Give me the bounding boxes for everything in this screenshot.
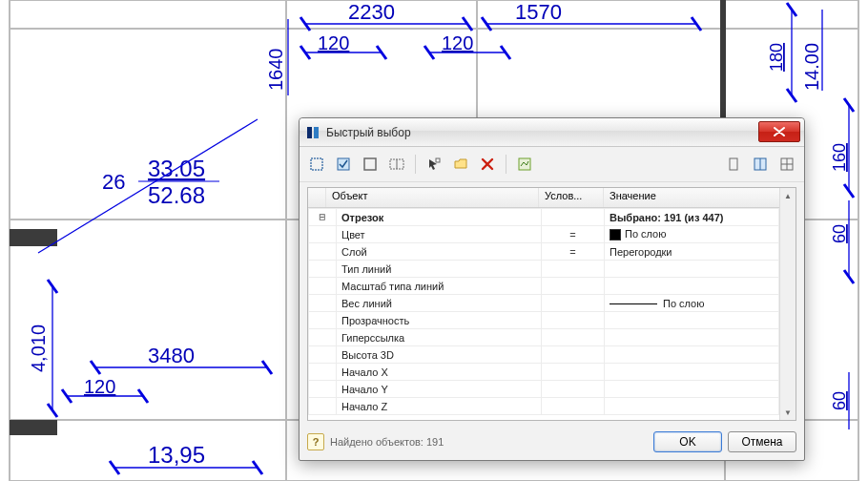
property-row[interactable]: Начало Z — [309, 398, 779, 415]
svg-line-38 — [787, 89, 796, 102]
property-value[interactable]: По слою — [605, 226, 779, 243]
svg-line-36 — [253, 461, 262, 474]
property-name: Гиперссылка — [337, 329, 542, 346]
property-value[interactable]: Перегородки — [605, 243, 779, 261]
collapse-toggle-icon[interactable]: ⊟ — [309, 209, 337, 226]
property-condition[interactable] — [542, 381, 605, 398]
svg-line-13 — [482, 17, 491, 31]
svg-line-31 — [91, 361, 100, 374]
help-icon[interactable]: ? — [307, 433, 324, 450]
property-condition[interactable] — [542, 329, 605, 346]
property-name: Слой — [337, 243, 542, 261]
svg-rect-72 — [519, 158, 530, 170]
property-row[interactable]: Начало Y — [309, 381, 779, 398]
property-row[interactable]: Гиперссылка — [309, 329, 779, 346]
tb-select-window-icon[interactable] — [385, 153, 408, 176]
svg-rect-43 — [10, 420, 57, 435]
close-icon — [774, 127, 785, 136]
tb-apply-selection-icon[interactable] — [332, 153, 355, 176]
property-value[interactable] — [605, 398, 779, 415]
property-value[interactable] — [605, 261, 779, 278]
close-button[interactable] — [758, 121, 800, 142]
svg-line-39 — [844, 98, 854, 112]
property-value[interactable] — [605, 329, 779, 346]
svg-line-17 — [424, 46, 434, 59]
tb-open-icon[interactable] — [449, 153, 472, 176]
svg-text:52.68: 52.68 — [148, 182, 205, 208]
property-condition[interactable] — [542, 364, 605, 381]
svg-text:60: 60 — [830, 224, 849, 243]
svg-line-18 — [501, 46, 510, 59]
col-header-value[interactable]: Значение — [604, 188, 779, 207]
property-condition[interactable] — [542, 261, 605, 278]
group-row[interactable]: ⊟ Отрезок Выбрано: 191 (из 447) — [309, 209, 779, 226]
property-condition[interactable] — [542, 278, 605, 295]
property-row[interactable]: Высота 3D — [309, 346, 779, 364]
svg-rect-71 — [436, 158, 440, 162]
tb-view-grid-icon[interactable] — [775, 153, 798, 176]
quick-select-dialog: Быстрый выбор Объект Услов... Значение — [299, 117, 805, 461]
tb-delete-icon[interactable] — [476, 153, 499, 176]
property-condition[interactable]: = — [542, 226, 605, 243]
svg-text:180: 180 — [767, 43, 786, 72]
dialog-footer: ? Найдено объектов: 191 OK Отмена — [300, 426, 804, 460]
scroll-down-icon[interactable]: ▼ — [781, 405, 795, 420]
svg-line-34 — [138, 389, 148, 403]
svg-text:120: 120 — [84, 376, 115, 397]
property-condition[interactable] — [542, 295, 605, 312]
svg-line-29 — [48, 280, 57, 293]
separator — [415, 155, 416, 174]
property-condition[interactable] — [542, 346, 605, 364]
tb-view-split-icon[interactable] — [749, 153, 772, 176]
col-header-condition[interactable]: Услов... — [539, 188, 604, 207]
col-header-object[interactable]: Объект — [326, 188, 539, 207]
svg-line-16 — [377, 46, 386, 59]
group-selected-count: Выбрано: 191 (из 447) — [605, 209, 779, 226]
svg-line-11 — [300, 17, 310, 31]
property-row[interactable]: Цвет=По слою — [309, 226, 779, 243]
status-text: Найдено объектов: 191 — [330, 436, 444, 448]
filter-grid: Объект Услов... Значение ⊟ Отрезок Выбра… — [307, 187, 796, 421]
svg-line-35 — [110, 461, 119, 474]
svg-line-37 — [787, 3, 796, 16]
property-value[interactable] — [605, 364, 779, 381]
svg-text:1640: 1640 — [265, 49, 286, 92]
property-name: Тип линий — [337, 261, 542, 278]
scroll-up-icon[interactable]: ▲ — [781, 188, 795, 203]
svg-line-33 — [62, 389, 72, 403]
property-value[interactable] — [605, 278, 779, 295]
property-value[interactable]: По слою — [605, 295, 779, 312]
titlebar[interactable]: Быстрый выбор — [300, 118, 804, 147]
property-value[interactable] — [605, 346, 779, 364]
ok-button[interactable]: OK — [653, 431, 722, 452]
tb-settings-icon[interactable] — [513, 153, 536, 176]
property-row[interactable]: Масштаб типа линий — [309, 278, 779, 295]
tb-pick-icon[interactable] — [423, 153, 445, 176]
vertical-scrollbar[interactable]: ▲ ▼ — [779, 188, 796, 420]
property-row[interactable]: Тип линий — [309, 261, 779, 278]
property-row[interactable]: Слой=Перегородки — [309, 243, 779, 261]
svg-line-32 — [262, 361, 272, 374]
svg-line-12 — [463, 17, 472, 31]
property-name: Начало Y — [337, 381, 542, 398]
property-value[interactable] — [605, 381, 779, 398]
lineweight-icon — [610, 303, 657, 304]
property-row[interactable]: Вес линийПо слою — [309, 295, 779, 312]
svg-rect-73 — [730, 158, 737, 170]
svg-text:160: 160 — [830, 143, 849, 172]
color-swatch-icon — [610, 229, 621, 240]
property-value[interactable] — [605, 312, 779, 329]
property-row[interactable]: Прозрачность — [309, 312, 779, 329]
svg-text:2230: 2230 — [348, 0, 395, 24]
cancel-button[interactable]: Отмена — [728, 431, 796, 452]
tb-new-selection-icon[interactable] — [305, 153, 328, 176]
svg-line-30 — [48, 404, 57, 417]
tb-select-none-icon[interactable] — [359, 153, 382, 176]
svg-rect-64 — [307, 127, 312, 138]
property-row[interactable]: Начало X — [309, 364, 779, 381]
property-condition[interactable] — [542, 312, 605, 329]
property-condition[interactable] — [542, 398, 605, 415]
tb-view-single-icon[interactable] — [722, 153, 745, 176]
property-name: Вес линий — [337, 295, 542, 312]
property-condition[interactable]: = — [542, 243, 605, 261]
